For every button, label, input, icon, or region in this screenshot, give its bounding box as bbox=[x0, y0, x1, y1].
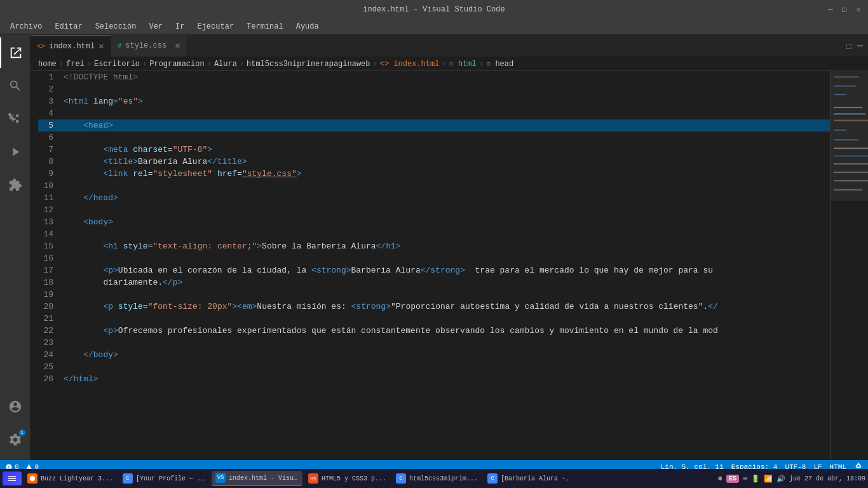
minimize-button[interactable]: ─ bbox=[826, 5, 835, 14]
code-line-10 bbox=[64, 180, 830, 192]
taskbar-datetime: jue 27 de abr, 18:09 bbox=[789, 475, 865, 482]
line-8: 8 <title>Barbería Alura</title> bbox=[38, 156, 830, 168]
line-20: 20 <p style="font-size: 20px"><em>Nuestr… bbox=[38, 301, 830, 313]
breadcrumb-html5css3[interactable]: html5css3miprimerapaginaweb bbox=[247, 60, 370, 69]
line-26: 26 </html> bbox=[38, 373, 830, 385]
line-num-4: 4 bbox=[38, 107, 64, 119]
line-10: 10 bbox=[38, 180, 830, 192]
code-line-18: diariamente.</p> bbox=[64, 276, 830, 288]
tab-index-html[interactable]: <> index.html ✕ bbox=[31, 35, 111, 57]
line-9: 9 <link rel="stylesheet" href="style.css… bbox=[38, 168, 830, 180]
code-line-6 bbox=[64, 132, 830, 144]
battery-icon: 🔋 bbox=[751, 475, 760, 483]
line-5: 5 <head> bbox=[38, 119, 830, 132]
line-num-3: 3 bbox=[38, 95, 64, 107]
taskbar-html5css3[interactable]: C html5css3miprim... bbox=[392, 471, 482, 486]
activity-settings[interactable]: 1 bbox=[0, 424, 31, 455]
taskbar-html5[interactable]: H5 HTML5 y CSS3 p... bbox=[304, 471, 390, 486]
breadcrumb-html-element[interactable]: ○ html bbox=[449, 60, 477, 69]
code-line-26: </html> bbox=[64, 373, 830, 385]
taskbar: Buzz Lightyear 3... C [Your Profile — ..… bbox=[0, 469, 868, 488]
code-line-5: <head> bbox=[64, 119, 830, 132]
taskbar-buzz[interactable]: Buzz Lightyear 3... bbox=[24, 471, 117, 486]
breadcrumb-frei[interactable]: frei bbox=[66, 60, 85, 69]
taskbar-start[interactable] bbox=[3, 471, 22, 485]
line-num-16: 16 bbox=[38, 252, 64, 264]
title-bar: index.html - Visual Studio Code ─ ☐ ✕ bbox=[0, 0, 868, 19]
line-21: 21 bbox=[38, 313, 830, 325]
activity-run-debug[interactable] bbox=[0, 137, 31, 167]
breadcrumb-alura[interactable]: Alura bbox=[214, 60, 237, 69]
code-line-11: </head> bbox=[64, 192, 830, 204]
line-22: 22 <p>Ofrecemos profesionales experiment… bbox=[38, 325, 830, 337]
line-18: 18 diariamente.</p> bbox=[38, 276, 830, 288]
tab-style-css-close[interactable]: ✕ bbox=[175, 41, 180, 50]
line-num-7: 7 bbox=[38, 144, 64, 156]
line-14: 14 bbox=[38, 228, 830, 240]
split-editor-icon[interactable]: ☐ bbox=[846, 39, 852, 52]
line-num-5: 5 bbox=[38, 119, 64, 132]
breadcrumb-head-element[interactable]: ○ head bbox=[486, 60, 513, 69]
breadcrumb-escritorio[interactable]: Escritorio bbox=[94, 60, 140, 69]
line-7: 7 <meta charset="UTF-8"> bbox=[38, 144, 830, 156]
line-num-19: 19 bbox=[38, 288, 64, 301]
breadcrumb-programacion[interactable]: Programacion bbox=[149, 60, 204, 69]
line-num-13: 13 bbox=[38, 216, 64, 228]
code-editor[interactable]: 1 <!DOCTYPE html> 2 3 <html lang="es"> 4 bbox=[31, 71, 868, 460]
window-title: index.html - Visual Studio Code bbox=[363, 5, 505, 14]
vscode-icon: VS bbox=[215, 473, 226, 483]
tab-index-html-close[interactable]: ✕ bbox=[98, 42, 104, 51]
breadcrumb-home[interactable]: home bbox=[38, 60, 57, 69]
more-actions-icon[interactable]: ⋯ bbox=[857, 39, 863, 52]
menu-seleccion[interactable]: Selección bbox=[90, 21, 142, 32]
activity-search[interactable] bbox=[0, 71, 31, 101]
maximize-button[interactable]: ☐ bbox=[840, 5, 849, 14]
code-line-15: <h1 style="text-align: center;">Sobre la… bbox=[64, 240, 830, 252]
settings-badge: 1 bbox=[19, 430, 25, 436]
taskbar-barberia[interactable]: C [Barbería Alura - ... bbox=[484, 471, 574, 486]
line-17: 17 <p>Ubicada en el corazón de la ciudad… bbox=[38, 264, 830, 276]
code-line-22: <p>Ofrecemos profesionales experimentado… bbox=[64, 325, 830, 337]
menu-terminal[interactable]: Terminal bbox=[241, 21, 288, 32]
activity-account[interactable] bbox=[0, 391, 31, 422]
code-line-25 bbox=[64, 361, 830, 373]
code-line-7: <meta charset="UTF-8"> bbox=[64, 144, 830, 156]
activity-bottom: 1 bbox=[0, 391, 31, 460]
code-line-13: <body> bbox=[64, 216, 830, 228]
taskbar-barberia-label: [Barbería Alura - ... bbox=[501, 475, 571, 482]
menu-ejecutar[interactable]: Ejecutar bbox=[192, 21, 239, 32]
close-button[interactable]: ✕ bbox=[854, 5, 863, 14]
menu-archivo[interactable]: Archivo bbox=[5, 21, 47, 32]
line-num-10: 10 bbox=[38, 180, 64, 192]
html5-icon: H5 bbox=[308, 473, 318, 484]
code-line-21 bbox=[64, 313, 830, 325]
code-line-1: <!DOCTYPE html> bbox=[64, 71, 830, 83]
taskbar-profile[interactable]: C [Your Profile — ... bbox=[119, 471, 210, 486]
code-line-12 bbox=[64, 204, 830, 216]
menu-ver[interactable]: Ver bbox=[144, 21, 168, 32]
line-23: 23 bbox=[38, 337, 830, 349]
taskbar-vscode[interactable]: VS index.html - Visu... bbox=[212, 471, 302, 486]
menu-ayuda[interactable]: Ayuda bbox=[291, 21, 324, 32]
menu-bar: Archivo Editar Selección Ver Ir Ejecutar… bbox=[0, 19, 868, 35]
taskbar-vscode-label: index.html - Visu... bbox=[229, 475, 299, 482]
bluetooth-icon: ⎈ bbox=[718, 473, 723, 484]
language-badge[interactable]: ES bbox=[726, 475, 739, 483]
menu-editar[interactable]: Editar bbox=[50, 21, 87, 32]
line-13: 13 <body> bbox=[38, 216, 830, 228]
svg-rect-15 bbox=[831, 71, 868, 201]
activity-explorer[interactable] bbox=[0, 37, 31, 68]
line-4: 4 bbox=[38, 107, 830, 119]
window-controls[interactable]: ─ ☐ ✕ bbox=[826, 5, 863, 14]
tab-index-html-label: index.html bbox=[49, 42, 95, 51]
line-num-14: 14 bbox=[38, 228, 64, 240]
tab-style-css[interactable]: # style.css ✕ bbox=[111, 35, 187, 57]
taskbar-buzz-label: Buzz Lightyear 3... bbox=[41, 475, 113, 482]
tab-actions: ☐ ⋯ bbox=[841, 35, 868, 57]
line-num-6: 6 bbox=[38, 132, 64, 144]
activity-extensions[interactable] bbox=[0, 170, 31, 200]
menu-ir[interactable]: Ir bbox=[170, 21, 189, 32]
breadcrumb-indexhtml[interactable]: <> index.html bbox=[380, 60, 440, 69]
code-content[interactable]: 1 <!DOCTYPE html> 2 3 <html lang="es"> 4 bbox=[31, 71, 830, 460]
activity-source-control[interactable] bbox=[0, 104, 31, 134]
